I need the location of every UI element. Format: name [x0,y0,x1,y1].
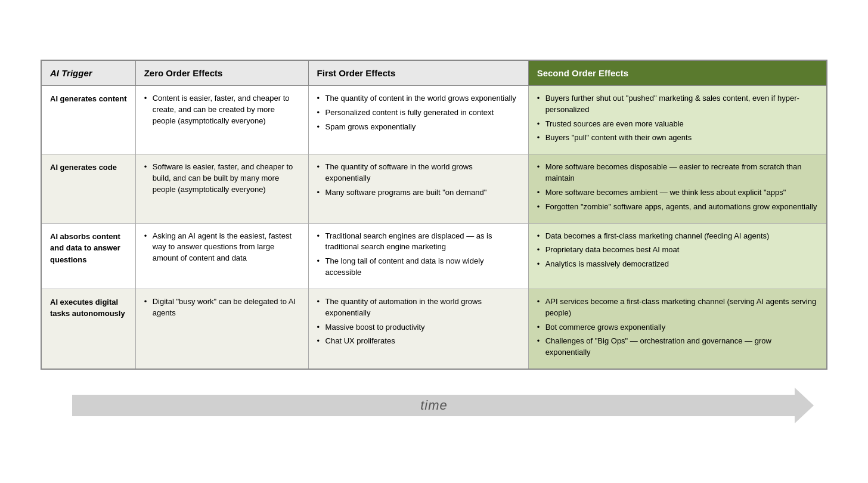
list-item: Chat UX proliferates [317,336,520,347]
list-item: More software becomes disposable — easie… [537,162,818,184]
first-order-cell: Traditional search engines are displaced… [308,223,528,289]
list-item: Trusted sources are even more valuable [537,119,818,130]
second-order-cell: Data becomes a first-class marketing cha… [528,223,827,289]
effects-table: AI Trigger Zero Order Effects First Orde… [41,60,827,370]
list-item: Buyers further shut out "pushed" marketi… [537,93,818,116]
list-item: Challenges of "Big Ops" — orchestration … [537,336,818,358]
list-item: The long tail of content and data is now… [317,256,520,278]
header-trigger: AI Trigger [41,60,135,86]
first-order-cell: The quantity of software in the world gr… [308,154,528,223]
zero-order-cell: Content is easier, faster, and cheaper t… [135,85,308,154]
trigger-cell: AI executes digital tasks autonomously [41,289,135,369]
list-item: Many software programs are built "on dem… [317,187,520,199]
list-item: The quantity of software in the world gr… [317,162,520,184]
header-first-order: First Order Effects [308,60,528,86]
list-item: The quantity of automation in the world … [317,296,520,319]
list-item: Buyers "pull" content with their own age… [537,132,818,144]
first-order-cell: The quantity of content in the world gro… [308,85,528,154]
list-item: More software becomes ambient — we think… [537,187,818,199]
list-item: Analytics is massively democratized [537,259,818,270]
list-item: Forgotten "zombie" software apps, agents… [537,202,818,213]
time-arrow-container: time [41,388,827,423]
table-row: AI generates codeSoftware is easier, fas… [41,154,827,223]
list-item: Personalized content is fully generated … [317,107,520,119]
trigger-cell: AI absorbs content and data to answer qu… [41,223,135,289]
second-order-cell: API services become a first-class market… [528,289,827,369]
list-item: Proprietary data becomes best AI moat [537,244,818,256]
table-row: AI generates contentContent is easier, f… [41,85,827,154]
trigger-cell: AI generates content [41,85,135,154]
table-row: AI executes digital tasks autonomouslyDi… [41,289,827,369]
zero-order-cell: Software is easier, faster, and cheaper … [135,154,308,223]
header-zero-order: Zero Order Effects [135,60,308,86]
header-second-order: Second Order Effects [528,60,827,86]
trigger-cell: AI generates code [41,154,135,223]
zero-order-cell: Digital "busy work" can be delegated to … [135,289,308,369]
first-order-cell: The quantity of automation in the world … [308,289,528,369]
time-label: time [420,398,448,413]
time-arrow: time [72,395,796,416]
zero-order-cell: Asking an AI agent is the easiest, faste… [135,223,308,289]
second-order-cell: Buyers further shut out "pushed" marketi… [528,85,827,154]
list-item: Bot commerce grows exponentially [537,322,818,333]
list-item: Data becomes a first-class marketing cha… [537,231,818,242]
table-row: AI absorbs content and data to answer qu… [41,223,827,289]
list-item: Massive boost to productivity [317,322,520,333]
list-item: API services become a first-class market… [537,296,818,319]
main-container: AI Trigger Zero Order Effects First Orde… [41,60,827,423]
second-order-cell: More software becomes disposable — easie… [528,154,827,223]
list-item: Traditional search engines are displaced… [317,231,520,253]
list-item: Spam grows exponentially [317,122,520,133]
list-item: The quantity of content in the world gro… [317,93,520,104]
